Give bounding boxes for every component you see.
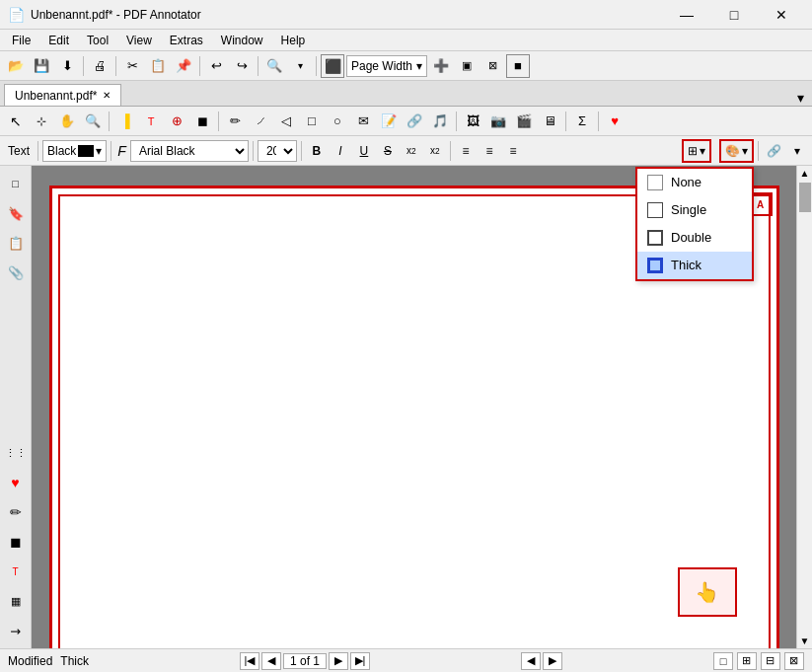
tab-close-button[interactable]: ✕: [103, 90, 111, 101]
text-side-button[interactable]: T: [2, 558, 30, 585]
select3-tool[interactable]: ✋: [55, 110, 79, 133]
border-none-option[interactable]: None: [637, 169, 752, 196]
minimize-button[interactable]: —: [664, 0, 709, 30]
highlight-tool[interactable]: ▐: [113, 110, 137, 133]
annotations-button[interactable]: 📋: [2, 229, 30, 257]
font-size-select[interactable]: 20 12 14 16 24: [258, 140, 297, 162]
save-button[interactable]: 💾: [30, 54, 53, 78]
fit-page-button[interactable]: ⬛: [321, 54, 344, 78]
text-tool[interactable]: T: [139, 110, 163, 133]
menu-edit[interactable]: Edit: [40, 30, 77, 50]
print-button[interactable]: 🖨: [88, 54, 111, 78]
search-opts-button[interactable]: ▾: [288, 54, 312, 78]
font-color-button[interactable]: Black ▾: [42, 140, 107, 162]
callout-tool[interactable]: ✉: [351, 110, 375, 133]
border-double-option[interactable]: Double: [637, 224, 752, 252]
sidebar-collapse[interactable]: ⋮⋮: [2, 439, 30, 467]
menu-view[interactable]: View: [118, 30, 160, 50]
link-button[interactable]: 🔗: [763, 140, 784, 162]
maximize-button[interactable]: □: [711, 0, 757, 30]
heart-tool[interactable]: ♥: [603, 110, 627, 133]
first-page-button[interactable]: |◀: [240, 652, 259, 670]
rect-tool[interactable]: □: [300, 110, 324, 133]
fit-width-button[interactable]: ⊠: [480, 54, 504, 78]
image-tool[interactable]: 🖼: [461, 110, 484, 133]
pen-tool[interactable]: ✏: [223, 110, 247, 133]
superscript-button[interactable]: x2: [401, 140, 422, 162]
cut-button[interactable]: ✂: [120, 54, 144, 78]
align-center-button[interactable]: ≡: [479, 140, 500, 162]
zoom-tool[interactable]: 🔍: [81, 110, 105, 133]
align-right-button[interactable]: ≡: [502, 140, 524, 162]
view-double-button[interactable]: ⊟: [761, 652, 780, 670]
select-tool[interactable]: ↖: [4, 110, 28, 133]
formula-tool[interactable]: Σ: [570, 110, 594, 133]
heart-side-button[interactable]: ♥: [2, 469, 30, 496]
scroll-up-button[interactable]: ▲: [798, 166, 812, 181]
menu-window[interactable]: Window: [213, 30, 271, 50]
zoom-out-button[interactable]: ▣: [455, 54, 479, 78]
redo-button[interactable]: ↪: [230, 54, 254, 78]
quick-save-button[interactable]: ⬇: [55, 54, 79, 78]
double-label: Double: [671, 230, 711, 245]
more-button[interactable]: ▾: [786, 140, 808, 162]
border-thick-option[interactable]: Thick: [637, 252, 752, 279]
menu-extras[interactable]: Extras: [162, 30, 211, 50]
link-tool[interactable]: 🔗: [403, 110, 426, 133]
stamp-tool[interactable]: ⊕: [165, 110, 188, 133]
select2-tool[interactable]: ⊹: [30, 110, 53, 133]
menu-help[interactable]: Help: [273, 30, 314, 50]
undo-button[interactable]: ↩: [204, 54, 228, 78]
ellipse-tool[interactable]: ○: [326, 110, 349, 133]
arrow-side-button[interactable]: ↗: [0, 611, 35, 648]
audio-tool[interactable]: 🎵: [428, 110, 452, 133]
border-color-button[interactable]: 🎨 ▾: [719, 139, 754, 163]
attachments-button[interactable]: 📎: [2, 259, 30, 286]
close-button[interactable]: ✕: [759, 0, 804, 30]
italic-button[interactable]: I: [330, 140, 351, 162]
fullpage-button[interactable]: ■: [506, 54, 530, 78]
font-name-select[interactable]: Arial Black Arial Times New Roman: [130, 140, 249, 162]
prev-page-button[interactable]: ◀: [261, 652, 281, 670]
search-button[interactable]: 🔍: [262, 54, 286, 78]
last-page-button[interactable]: ▶|: [350, 652, 370, 670]
menu-tool[interactable]: Tool: [79, 30, 116, 50]
scroll-down-button[interactable]: ▼: [798, 634, 812, 648]
next-page-button[interactable]: ▶: [329, 652, 348, 670]
sep6: [109, 112, 110, 131]
pen-side-button[interactable]: ✏: [2, 498, 30, 526]
bookmarks-button[interactable]: 🔖: [2, 199, 30, 227]
arrow-tool[interactable]: ◁: [274, 110, 298, 133]
strikethrough-button[interactable]: S: [377, 140, 399, 162]
erase-tool[interactable]: ◼: [190, 110, 214, 133]
right-scrollbar[interactable]: ▲ ▼: [796, 166, 812, 648]
underline-button[interactable]: U: [353, 140, 375, 162]
pages-panel-button[interactable]: □: [2, 170, 30, 197]
border-single-option[interactable]: Single: [637, 196, 752, 224]
camera-tool[interactable]: 📷: [486, 110, 510, 133]
zoom-back-button[interactable]: ◀: [521, 652, 541, 670]
zoom-dropdown[interactable]: Page Width ▾: [346, 55, 427, 77]
annotation-box[interactable]: 👆: [678, 567, 737, 617]
eraser-side-button[interactable]: ◼: [2, 528, 30, 556]
open-button[interactable]: 📂: [4, 54, 28, 78]
paste-button[interactable]: 📌: [172, 54, 195, 78]
border-style-button[interactable]: ⊞ ▾: [682, 139, 711, 163]
screen-tool[interactable]: 🖥: [538, 110, 561, 133]
line-tool[interactable]: ⟋: [249, 110, 272, 133]
view-single-button[interactable]: □: [713, 652, 733, 670]
bold-button[interactable]: B: [306, 140, 328, 162]
view-all-button[interactable]: ⊠: [784, 652, 804, 670]
tab-scroll-icon[interactable]: ▾: [797, 90, 804, 106]
view-grid-button[interactable]: ⊞: [737, 652, 757, 670]
zoom-forward-button[interactable]: ▶: [543, 652, 562, 670]
scroll-thumb[interactable]: [799, 183, 811, 212]
document-tab[interactable]: Unbenannt.pdf* ✕: [4, 84, 121, 106]
align-left-button[interactable]: ≡: [455, 140, 477, 162]
note-tool[interactable]: 📝: [377, 110, 401, 133]
video-tool[interactable]: 🎬: [512, 110, 536, 133]
zoom-in-button[interactable]: ➕: [429, 54, 453, 78]
copy-button[interactable]: 📋: [146, 54, 170, 78]
menu-file[interactable]: File: [4, 30, 38, 50]
subscript-button[interactable]: x2: [424, 140, 446, 162]
